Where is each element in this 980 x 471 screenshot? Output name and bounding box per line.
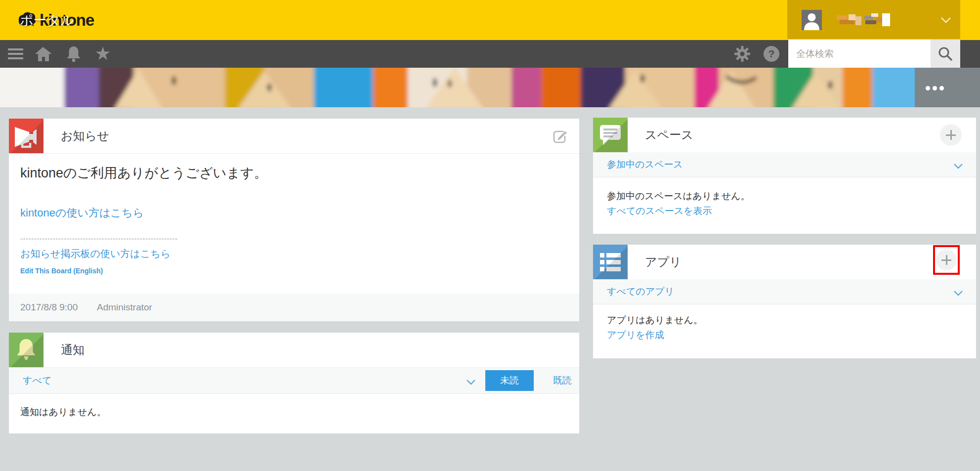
announcement-author: Administrator [97,294,152,321]
filter-dropdown[interactable]: すべて [23,368,51,393]
spaces-empty-text: 参加中のスペースはありません。 [607,190,750,203]
hamburger-menu-button[interactable] [5,40,26,68]
help-icon[interactable]: ? [762,40,781,68]
apps-title: アプリ [645,245,682,279]
avatar [802,10,822,30]
highlight-box [933,245,960,275]
favorites-star-icon[interactable]: ★ [90,40,116,68]
spaces-panel: スペース 参加中のスペース 参加中のスペースはありません。 すべてのスペースを表… [593,118,976,234]
announcement-footer: 2017/8/8 9:00 Administrator [9,294,579,321]
edit-announcement-button[interactable] [552,128,568,144]
add-space-button[interactable] [940,124,962,146]
user-menu[interactable] [787,0,960,39]
joined-spaces-row: 参加中のスペース [593,152,976,177]
notifications-header: 通知 [9,333,579,368]
speech-bubble-icon [593,118,628,152]
all-apps-dropdown[interactable]: すべてのアプリ [607,279,674,304]
announcement-header: お知らせ [9,119,579,154]
notifications-filter-row: すべて 未読 既読 [9,367,579,394]
app-list-icon [593,245,628,279]
apps-empty-text: アプリはありません。 [607,314,703,327]
read-button[interactable]: 既読 [545,368,580,393]
bell-icon [9,333,43,367]
pencil-square-icon [552,128,568,144]
chevron-down-icon[interactable] [953,162,963,171]
board-howto-link[interactable]: お知らせ掲示板の使い方はこちら [20,247,170,260]
howto-link[interactable]: kintoneの使い方はこちら [20,206,144,220]
spaces-title: スペース [645,118,693,152]
announcement-panel: お知らせ kintoneのご利用ありがとうございます。 kintoneの使い方は… [9,119,579,321]
chevron-down-icon[interactable] [953,289,963,298]
separator: ----------------------------------------… [20,234,178,243]
page-title: ポータル [20,11,74,29]
redacted-username [837,13,891,26]
gear-icon[interactable] [731,40,754,68]
home-icon[interactable] [31,40,55,68]
unread-button[interactable]: 未読 [485,370,534,391]
top-bar: kintone [0,0,980,40]
add-app-button[interactable] [936,250,957,270]
announcement-heading: kintoneのご利用ありがとうございます。 [20,164,267,182]
search-icon [937,46,953,62]
edit-board-english-link[interactable]: Edit This Board (English) [20,267,103,275]
more-options-button[interactable] [915,68,980,107]
search-input[interactable] [788,40,931,68]
announcement-date: 2017/8/8 9:00 [20,294,78,321]
notifications-panel: 通知 すべて 未読 既読 通知はありません。 [9,333,579,433]
portal-cover-image [0,68,980,107]
joined-spaces-dropdown[interactable]: 参加中のスペース [607,152,683,177]
spaces-header: スペース [593,118,976,153]
chevron-down-icon [940,16,951,25]
show-all-spaces-link[interactable]: すべてのスペースを表示 [607,205,712,217]
search-button[interactable] [931,40,960,68]
notifications-empty-text: 通知はありません。 [20,406,106,419]
create-app-link[interactable]: アプリを作成 [607,329,664,342]
ellipsis-icon [926,86,946,90]
apps-header: アプリ [593,245,976,280]
apps-panel: アプリ すべてのアプリ アプリはありません。 アプリを作成 [593,245,976,358]
all-apps-row: すべてのアプリ [593,279,976,304]
notifications-bell-icon[interactable] [61,40,86,68]
chevron-down-icon[interactable] [466,378,476,387]
megaphone-icon [9,119,43,153]
notifications-title: 通知 [61,333,85,367]
announcement-title: お知らせ [61,119,109,153]
